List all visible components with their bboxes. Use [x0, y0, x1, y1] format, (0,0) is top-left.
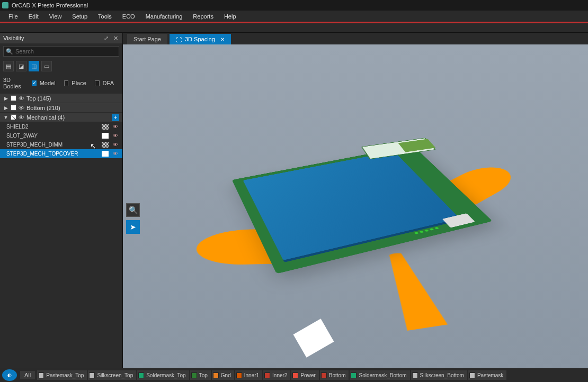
layer-color-swatch: [138, 372, 144, 378]
tree-item-slot2way[interactable]: SLOT_2WAY 👁: [0, 131, 122, 140]
layer-all-button[interactable]: All: [20, 371, 35, 379]
tree-item-label: SLOT_2WAY: [6, 133, 99, 139]
flex-tab: [293, 319, 334, 357]
filter-place-label: Place: [72, 80, 86, 86]
item-pattern-swatch[interactable]: [102, 151, 109, 157]
menu-file[interactable]: File: [3, 12, 23, 21]
flex-cable: [366, 250, 466, 343]
menu-view[interactable]: View: [44, 12, 67, 21]
tree-group-label: Top (145): [26, 95, 119, 102]
eye-icon[interactable]: 👁: [19, 105, 24, 111]
layer-button-soldermask-top[interactable]: Soldermask_Top: [137, 370, 189, 380]
layer-label: Soldermask_Bottom: [359, 372, 406, 378]
layer-color-swatch: [213, 372, 219, 378]
menu-edit[interactable]: Edit: [23, 12, 44, 21]
tree-item-label: STEP3D_MECH_DIMM: [6, 142, 99, 148]
filter-place-checkbox[interactable]: [64, 80, 69, 86]
eye-icon[interactable]: 👁: [112, 133, 119, 139]
menu-help[interactable]: Help: [219, 12, 242, 21]
layer-color-swatch: [321, 372, 327, 378]
eye-icon[interactable]: 👁: [112, 124, 119, 130]
layer-button-gnd[interactable]: Gnd: [212, 370, 234, 380]
3d-viewport[interactable]: 🔍 ➤: [123, 44, 588, 371]
layer-color-swatch: [236, 372, 242, 378]
tree-item-mech-dimm[interactable]: STEP3D_MECH_DIMM 👁: [0, 140, 122, 149]
layer-button-silkscreen-bottom[interactable]: Silkscreen_Bottom: [411, 370, 467, 380]
item-pattern-swatch[interactable]: [102, 124, 109, 130]
add-mechanical-button[interactable]: +: [112, 114, 119, 121]
search-input[interactable]: [15, 48, 117, 54]
mode-objects-icon[interactable]: ◪: [16, 61, 26, 71]
app-title: OrCAD X Presto Professional: [12, 2, 88, 8]
group-color-swatch[interactable]: [11, 114, 16, 120]
layer-button-inner1[interactable]: Inner1: [235, 370, 262, 380]
view-mode-row: ▤ ◪ ◫ ▭: [0, 59, 122, 75]
caret-right-icon[interactable]: ▶: [3, 96, 8, 101]
content-area: Start Page ⛶ 3D Spacing ✕ 🔍 ➤: [123, 33, 588, 371]
mode-layers-icon[interactable]: ▤: [3, 61, 14, 71]
menu-eco[interactable]: ECO: [117, 12, 140, 21]
zoom-tool-button[interactable]: 🔍: [126, 203, 140, 217]
mode-3d-icon[interactable]: ◫: [29, 61, 39, 71]
layer-label: Inner2: [272, 372, 287, 378]
layer-button-bottom[interactable]: Bottom: [320, 370, 349, 380]
layer-button-pastemask[interactable]: Pastemask: [468, 370, 506, 380]
caret-right-icon[interactable]: ▶: [3, 105, 8, 111]
eye-icon[interactable]: 👁: [112, 142, 119, 148]
orientation-gizmo-icon[interactable]: ◐: [2, 369, 17, 381]
toolbar-strip: [0, 23, 588, 33]
eye-icon[interactable]: 👁: [112, 151, 119, 157]
item-pattern-swatch[interactable]: [102, 133, 109, 139]
menu-tools[interactable]: Tools: [93, 12, 117, 21]
filter-dfa-checkbox[interactable]: [95, 80, 100, 86]
layer-button-inner2[interactable]: Inner2: [263, 370, 290, 380]
menu-manufacturing[interactable]: Manufacturing: [140, 12, 188, 21]
tree-item-shield2[interactable]: SHIELD2 👁: [0, 122, 122, 131]
tab-3d-spacing[interactable]: ⛶ 3D Spacing ✕: [170, 34, 231, 44]
layer-button-power[interactable]: Power: [291, 370, 318, 380]
tree-group-top[interactable]: ▶ 👁 Top (145): [0, 94, 122, 103]
layer-button-silkscreen-top[interactable]: Silkscreen_Top: [88, 370, 136, 380]
layer-label: Power: [300, 372, 315, 378]
eye-icon[interactable]: 👁: [19, 114, 24, 121]
layer-label: Gnd: [221, 372, 231, 378]
app-icon: [2, 2, 8, 8]
menu-reports[interactable]: Reports: [188, 12, 219, 21]
tree-group-label: Bottom (210): [26, 105, 119, 111]
item-pattern-swatch[interactable]: [102, 142, 109, 148]
filter-3d-bodies-label: 3D Bodies: [3, 77, 23, 89]
menu-bar: File Edit View Setup Tools ECO Manufactu…: [0, 11, 588, 22]
undock-icon[interactable]: ⤢: [102, 34, 110, 42]
mode-display-icon[interactable]: ▭: [41, 61, 52, 71]
layer-label: Bottom: [329, 372, 346, 378]
tree-item-mech-topcover[interactable]: STEP3D_MECH_TOPCOVER 👁: [0, 149, 122, 158]
layer-color-swatch: [412, 372, 418, 378]
group-color-swatch[interactable]: [11, 95, 16, 101]
tree-group-bottom[interactable]: ▶ 👁 Bottom (210): [0, 103, 122, 113]
layer-button-top[interactable]: Top: [190, 370, 211, 380]
fit-view-icon: ⛶: [176, 37, 182, 42]
select-tool-button[interactable]: ➤: [126, 220, 140, 234]
layer-label: Silkscreen_Top: [97, 372, 133, 378]
close-icon[interactable]: ✕: [112, 34, 119, 42]
filter-dfa-label: DFA: [103, 80, 114, 86]
visibility-panel-header: Visibility ⤢ ✕: [0, 33, 122, 43]
layer-button-soldermask-bottom[interactable]: Soldermask_Bottom: [350, 370, 409, 380]
eye-icon[interactable]: 👁: [19, 95, 24, 102]
tree-item-label: SHIELD2: [6, 124, 99, 130]
caret-down-icon[interactable]: ▼: [3, 115, 8, 120]
tree-group-mechanical[interactable]: ▼ 👁 Mechanical (4) +: [0, 113, 122, 122]
pcb-model[interactable]: [232, 145, 493, 274]
group-color-swatch[interactable]: [11, 105, 16, 111]
tab-start-page[interactable]: Start Page: [127, 34, 167, 44]
menu-setup[interactable]: Setup: [67, 12, 93, 21]
layer-button-pastemask-top[interactable]: Pastemask_Top: [37, 370, 87, 380]
search-input-wrapper[interactable]: 🔍: [3, 46, 119, 57]
tab-label: Start Page: [133, 36, 161, 42]
layer-label: Pastemask_Top: [46, 372, 84, 378]
layer-label: Soldermask_Top: [146, 372, 185, 378]
tree-item-label: STEP3D_MECH_TOPCOVER: [6, 151, 99, 157]
tab-close-icon[interactable]: ✕: [220, 37, 225, 42]
filter-model-checkbox[interactable]: [32, 80, 37, 86]
layer-label: Silkscreen_Bottom: [420, 372, 464, 378]
